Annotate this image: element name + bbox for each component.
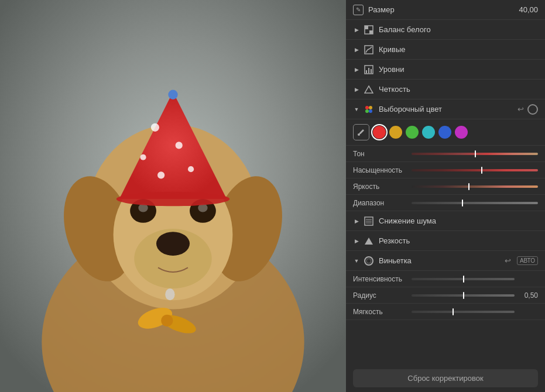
svg-point-19	[116, 192, 230, 206]
size-label: Размер	[368, 5, 519, 14]
right-panel: ✎ Размер 40,00 Баланс белого Кривые	[346, 0, 545, 392]
sc-actions: ↩	[517, 104, 538, 115]
rezk-icon	[364, 236, 374, 246]
color-dot-yellow[interactable]	[389, 126, 402, 139]
selective-color-label: Выборочный цвет	[379, 105, 517, 114]
sat-track[interactable]	[412, 169, 538, 171]
bright-thumb[interactable]	[468, 183, 469, 190]
softness-label: Мягкость	[353, 308, 412, 316]
vignette-chevron	[353, 257, 360, 264]
intensity-track[interactable]	[412, 278, 515, 280]
reset-button[interactable]: Сброс корректировок	[353, 369, 538, 387]
vignette-undo-btn[interactable]: ↩	[505, 256, 511, 265]
sc-undo-btn[interactable]: ↩	[517, 105, 524, 114]
color-dot-green[interactable]	[406, 126, 419, 139]
wb-chevron	[353, 26, 360, 33]
sharpness-chevron	[353, 86, 360, 93]
svg-point-18	[168, 90, 177, 99]
svg-marker-42	[365, 238, 373, 245]
curves-icon	[364, 44, 374, 55]
svg-rect-30	[368, 68, 369, 73]
selective-color-section[interactable]: Выборочный цвет ↩	[346, 99, 545, 119]
size-value: 40,00	[519, 5, 538, 14]
photo-canvas	[0, 0, 346, 392]
levels-label: Уровни	[379, 65, 538, 74]
wb-label: Баланс белого	[379, 25, 538, 34]
range-track[interactable]	[412, 202, 538, 204]
size-row: ✎ Размер 40,00	[346, 0, 545, 20]
svg-point-43	[365, 257, 373, 265]
range-slider-row: Диапазон	[346, 195, 545, 211]
curves-label: Кривые	[379, 45, 538, 54]
svg-point-7	[156, 232, 190, 256]
radius-thumb[interactable]	[463, 292, 464, 299]
rezk-section[interactable]: Резкость	[346, 231, 545, 251]
range-thumb[interactable]	[462, 200, 463, 207]
photo-area	[0, 0, 346, 392]
eyedropper-btn[interactable]	[353, 124, 369, 140]
levels-section[interactable]: Уровни	[346, 60, 545, 80]
intensity-slider-row: Интенсивность	[346, 271, 545, 287]
radius-track[interactable]	[412, 294, 515, 297]
svg-rect-26	[369, 30, 373, 34]
wb-icon	[364, 25, 374, 35]
noise-chevron	[353, 218, 360, 225]
svg-point-14	[176, 142, 183, 149]
color-dot-magenta[interactable]	[455, 126, 468, 139]
dog-illustration	[0, 0, 346, 392]
noise-icon	[364, 216, 374, 226]
color-dot-cyan[interactable]	[422, 126, 435, 139]
softness-track[interactable]	[412, 311, 515, 313]
svg-point-13	[151, 123, 159, 132]
sharpness-label: Четкость	[379, 85, 538, 94]
radius-label: Радиус	[353, 291, 412, 300]
svg-point-37	[358, 133, 360, 136]
wb-section[interactable]: Баланс белого	[346, 20, 545, 40]
bright-slider-row: Яркость	[346, 178, 545, 195]
ton-thumb[interactable]	[475, 150, 476, 157]
ton-label: Тон	[353, 150, 412, 158]
softness-thumb[interactable]	[453, 308, 454, 315]
svg-point-35	[365, 109, 369, 113]
bright-label: Яркость	[353, 183, 412, 191]
vignette-auto-badge[interactable]: АВТО	[517, 256, 538, 265]
svg-point-44	[366, 259, 371, 263]
vignette-label: Виньетка	[379, 256, 505, 265]
sc-circle-btn[interactable]	[527, 104, 538, 115]
color-dot-blue[interactable]	[438, 126, 451, 139]
selective-color-icon	[364, 104, 374, 115]
intensity-thumb[interactable]	[463, 276, 464, 283]
bright-track[interactable]	[412, 185, 538, 188]
svg-point-17	[157, 171, 164, 178]
vignette-icon	[364, 256, 374, 266]
sat-thumb[interactable]	[481, 167, 482, 174]
pen-icon[interactable]: ✎	[353, 5, 364, 15]
svg-point-36	[369, 109, 372, 113]
svg-marker-32	[365, 86, 373, 93]
curves-section[interactable]: Кривые	[346, 40, 545, 60]
vignette-actions: ↩ АВТО	[505, 256, 538, 265]
svg-rect-29	[366, 70, 367, 73]
svg-rect-31	[371, 69, 372, 73]
sat-label: Насыщенность	[353, 166, 412, 174]
radius-value: 0,50	[515, 291, 538, 300]
curves-chevron	[353, 46, 360, 53]
range-label: Диапазон	[353, 199, 412, 207]
vignette-section[interactable]: Виньетка ↩ АВТО	[346, 251, 545, 271]
color-dots-row	[346, 119, 545, 146]
svg-point-34	[369, 106, 372, 109]
color-dot-red[interactable]	[373, 126, 386, 139]
sharpness-icon	[364, 84, 374, 95]
softness-slider-row: Мягкость	[346, 304, 545, 320]
levels-icon	[364, 64, 374, 75]
selective-color-chevron	[353, 106, 360, 113]
svg-point-33	[365, 106, 369, 109]
rezk-label: Резкость	[379, 236, 538, 245]
noise-section[interactable]: Снижение шума	[346, 211, 545, 231]
sharpness-section[interactable]: Четкость	[346, 80, 545, 99]
levels-chevron	[353, 66, 360, 73]
sat-slider-row: Насыщенность	[346, 162, 545, 178]
ton-slider-row: Тон	[346, 146, 545, 162]
ton-track[interactable]	[412, 153, 538, 155]
svg-point-23	[165, 288, 174, 300]
